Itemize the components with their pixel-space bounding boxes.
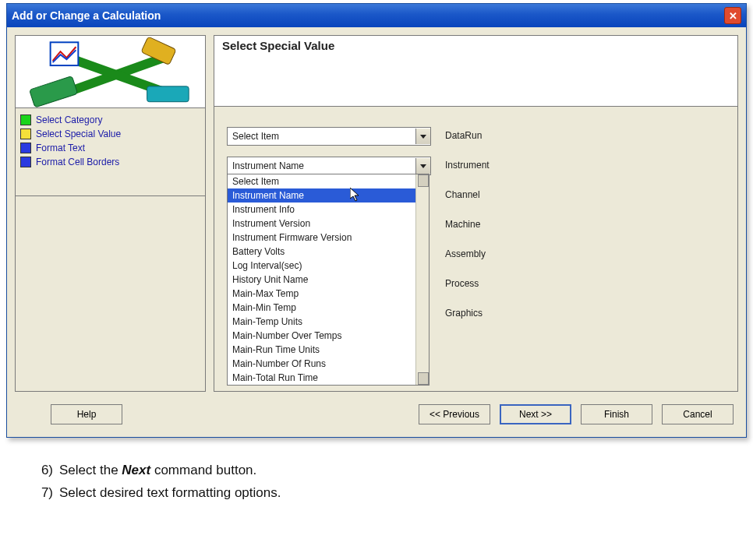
step-label: Format Text: [36, 143, 85, 153]
close-icon: ✕: [729, 10, 737, 22]
wizard-step[interactable]: Format Cell Borders: [20, 155, 200, 169]
wizard-step[interactable]: Select Category: [20, 113, 200, 127]
step-marker-icon: [20, 157, 31, 167]
step-marker-icon: [20, 143, 31, 153]
dropdown-option[interactable]: Main-Min Temp: [228, 301, 429, 315]
step-marker-icon: [20, 114, 31, 125]
button-row: Help << Previous Next >> Finish Cancel: [15, 401, 738, 428]
wizard-step[interactable]: Select Special Value: [20, 127, 200, 141]
page-heading-band: Select Special Value: [214, 35, 738, 107]
wizard-graphic-svg: [16, 36, 205, 107]
dropdown-option[interactable]: Main-Number Of Runs: [228, 357, 429, 371]
instruction-text: Select desired text formatting options.: [59, 482, 281, 505]
dropdown-option[interactable]: Select Item: [228, 174, 429, 188]
window-title: Add or Change a Calculation: [12, 9, 161, 22]
instruction-list: 6)Select the Next command button.7)Selec…: [33, 460, 753, 505]
category-label: Graphics: [445, 308, 490, 319]
instrument-dropdown-list[interactable]: Select ItemInstrument NameInstrument Inf…: [227, 174, 430, 386]
chevron-down-icon: [415, 129, 430, 144]
dropdown-option[interactable]: Instrument Version: [228, 217, 429, 231]
wizard-steps: Select CategorySelect Special ValueForma…: [15, 108, 206, 196]
right-column: Select Special Value Select Item Instrum…: [214, 35, 738, 392]
dropdown-option[interactable]: History Unit Name: [228, 273, 429, 287]
step-label: Select Special Value: [36, 129, 121, 139]
instruction-number: 7): [33, 482, 53, 505]
step-label: Format Cell Borders: [36, 157, 119, 167]
dropdown-option[interactable]: Log Interval(sec): [228, 259, 429, 273]
dropdown-option[interactable]: Main-Total Run Time: [228, 371, 429, 385]
close-button[interactable]: ✕: [724, 7, 741, 24]
category-label: Channel: [445, 189, 490, 200]
dropdown-option[interactable]: Battery Volts: [228, 245, 429, 259]
form-area: Select Item Instrument Name: [214, 107, 738, 392]
dropdown-option[interactable]: Main-Number Over Temps: [228, 329, 429, 343]
help-button[interactable]: Help: [51, 404, 122, 424]
step-label: Select Category: [36, 114, 102, 125]
client-area: Select CategorySelect Special ValueForma…: [7, 27, 746, 437]
titlebar: Add or Change a Calculation ✕: [7, 4, 746, 27]
instrument-combo-text: Instrument Name: [228, 160, 309, 171]
wizard-graphic: [15, 35, 206, 108]
dropdown-option[interactable]: Instrument Name: [228, 188, 429, 203]
instruction-item: 6)Select the Next command button.: [33, 460, 753, 482]
svg-rect-4: [30, 76, 78, 107]
svg-rect-5: [147, 86, 189, 102]
cancel-button[interactable]: Cancel: [662, 404, 734, 424]
left-filler: [15, 196, 206, 392]
wizard-step[interactable]: Format Text: [20, 141, 200, 155]
select-item-combo-text: Select Item: [228, 131, 284, 142]
dropdown-option[interactable]: Instrument Info: [228, 203, 429, 217]
dropdown-option[interactable]: Main-Max Temp: [228, 287, 429, 301]
category-label: Machine: [445, 219, 490, 230]
page-heading: Select Special Value: [222, 39, 334, 52]
category-label: Assembly: [445, 248, 490, 259]
instruction-number: 6): [33, 460, 53, 482]
dialog-window: Add or Change a Calculation ✕: [6, 3, 747, 438]
step-marker-icon: [20, 129, 31, 139]
chevron-down-icon: [415, 158, 430, 174]
select-item-combo[interactable]: Select Item: [227, 127, 431, 146]
scrollbar[interactable]: [415, 174, 429, 385]
instruction-text: Select the Next command button.: [59, 460, 256, 482]
dropdown-option[interactable]: Main-Run Time Units: [228, 343, 429, 357]
category-labels: DataRunInstrumentChannelMachineAssemblyP…: [445, 130, 490, 319]
category-label: Instrument: [445, 160, 490, 171]
finish-button[interactable]: Finish: [581, 404, 652, 424]
category-label: DataRun: [445, 130, 490, 141]
category-label: Process: [445, 278, 490, 289]
instrument-combo[interactable]: Instrument Name: [227, 157, 431, 175]
instruction-item: 7)Select desired text formatting options…: [33, 482, 753, 505]
dropdown-option[interactable]: Main-Temp Units: [228, 315, 429, 329]
svg-rect-2: [51, 42, 79, 65]
previous-button[interactable]: << Previous: [419, 404, 490, 424]
left-column: Select CategorySelect Special ValueForma…: [15, 35, 206, 392]
dropdown-option[interactable]: Instrument Firmware Version: [228, 231, 429, 245]
next-button[interactable]: Next >>: [500, 404, 571, 424]
